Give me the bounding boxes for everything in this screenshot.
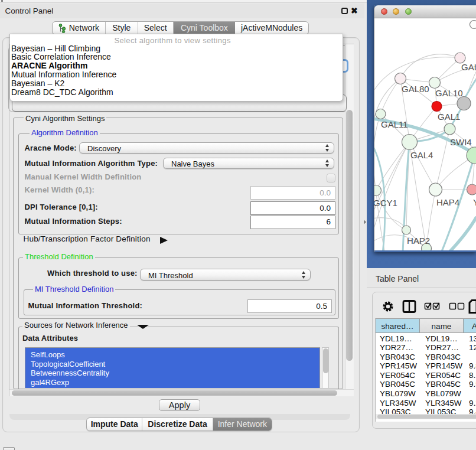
svg-text:GAL80: GAL80 bbox=[402, 84, 429, 94]
svg-text:GAL11: GAL11 bbox=[381, 119, 408, 129]
svg-text:GCY1: GCY1 bbox=[374, 198, 397, 208]
svg-text:HAP4: HAP4 bbox=[436, 197, 459, 207]
svg-text:HAP2: HAP2 bbox=[407, 236, 430, 246]
svg-text:GAL10: GAL10 bbox=[435, 88, 463, 98]
svg-text:GAL1: GAL1 bbox=[438, 112, 460, 122]
svg-text:GAL: GAL bbox=[461, 62, 476, 72]
svg-text:Y: Y bbox=[473, 197, 476, 207]
svg-text:SWI4: SWI4 bbox=[450, 137, 472, 147]
svg-text:GAL4: GAL4 bbox=[410, 150, 433, 160]
